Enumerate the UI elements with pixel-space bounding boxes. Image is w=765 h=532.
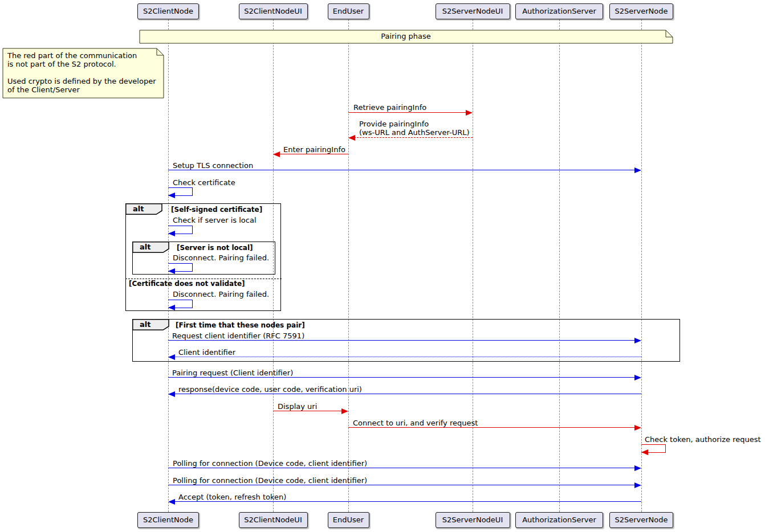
message-connect-to-uri-and-verify-request-13-line	[348, 427, 636, 428]
alt-self-signed-guard: [Self-signed certificate]	[171, 206, 262, 214]
message-check-token-authorize-request-14-arrowhead	[641, 449, 648, 455]
message-polling-for-connection-device-code-clien-16-label: Polling for connection (Device code, cli…	[173, 476, 367, 485]
alt-first-time-pair-label: alt	[140, 320, 162, 329]
message-polling-for-connection-device-code-clien-16-line	[168, 485, 636, 485]
message-enter-pairinginfo-2-label: Enter pairingInfo	[283, 145, 345, 154]
participant-bottom-s2clientnodeui: S2ClientNodeUI	[239, 512, 308, 528]
participant-top-s2servernode: S2ServerNode	[609, 3, 673, 19]
message-retrieve-pairinginfo-0-label: Retrieve pairingInfo	[353, 103, 426, 112]
message-provide-pairinginfo-1-arrowhead	[348, 135, 355, 141]
message-client-identifier-9-label: Client identifier	[178, 348, 235, 357]
participant-bottom-authorizationserver: AuthorizationServer	[515, 512, 603, 528]
message-display-uri-12-label: Display uri	[278, 402, 317, 411]
message-check-if-server-is-local-5-arrowhead	[168, 231, 175, 236]
message-polling-for-connection-device-code-clien-16-arrowhead	[634, 482, 641, 488]
message-pairing-request-client-identifier--10-line	[168, 377, 636, 378]
alt-first-time-pair-guard: [First time that these nodes pair]	[176, 321, 305, 329]
message-response-device-code-user-code-verificat-11-label: response(device code, user code, verific…	[178, 385, 362, 394]
message-accept-token-refresh-token--17-line	[174, 501, 641, 502]
lifeline-s2servernode	[641, 19, 642, 512]
message-response-device-code-user-code-verificat-11-line	[174, 394, 641, 394]
participant-bottom-s2servernode: S2ServerNode	[609, 512, 673, 528]
lifeline-enduser	[348, 19, 349, 512]
protocol-note: The red part of the communication is not…	[7, 51, 162, 94]
participant-top-s2clientnode: S2ClientNode	[137, 3, 199, 19]
message-provide-pairinginfo-1-label-2: (ws-URL and AuthServer-URL)	[359, 128, 470, 137]
message-accept-token-refresh-token--17-arrowhead	[168, 499, 175, 505]
message-polling-for-connection-device-code-clien-15-arrowhead	[634, 465, 641, 471]
message-display-uri-12-line	[273, 411, 343, 411]
message-disconnect-pairing-failed--7-arrowhead	[168, 305, 175, 310]
participant-top-s2clientnodeui: S2ClientNodeUI	[239, 3, 308, 19]
message-connect-to-uri-and-verify-request-13-arrowhead	[634, 425, 641, 431]
pairing-phase-note: Pairing phase	[139, 32, 673, 41]
alt-self-signed-divider-guard-0: [Certificate does not validate]	[129, 280, 245, 288]
participant-bottom-s2servernodeui: S2ServerNodeUI	[436, 512, 510, 528]
alt-server-not-local-guard: [Server is not local]	[177, 244, 253, 252]
message-check-certificate-4-arrowhead	[168, 193, 175, 198]
message-client-identifier-9-line	[174, 357, 641, 357]
message-enter-pairinginfo-2-arrowhead	[273, 152, 280, 157]
participant-bottom-enduser: EndUser	[328, 512, 369, 528]
message-pairing-request-client-identifier--10-label: Pairing request (Client identifier)	[172, 369, 293, 377]
message-pairing-request-client-identifier--10-arrowhead	[634, 375, 641, 380]
message-check-certificate-4-label: Check certificate	[173, 178, 235, 187]
message-disconnect-pairing-failed--6-arrowhead	[168, 268, 175, 274]
alt-self-signed-label: alt	[133, 204, 156, 213]
message-setup-tls-connection-3-label: Setup TLS connection	[173, 161, 253, 170]
lifeline-s2servernodeui	[473, 19, 473, 512]
message-request-client-identifier-rfc-7591--8-arrowhead	[634, 338, 641, 343]
message-retrieve-pairinginfo-0-arrowhead	[466, 110, 473, 116]
message-client-identifier-9-arrowhead	[168, 354, 175, 360]
message-request-client-identifier-rfc-7591--8-line	[168, 340, 636, 341]
participant-top-enduser: EndUser	[328, 3, 369, 19]
message-response-device-code-user-code-verificat-11-arrowhead	[168, 391, 175, 397]
message-disconnect-pairing-failed--6-label: Disconnect. Pairing failed.	[173, 253, 269, 262]
alt-server-not-local-label: alt	[140, 243, 162, 251]
message-connect-to-uri-and-verify-request-13-label: Connect to uri, and verify request	[353, 419, 478, 427]
message-provide-pairinginfo-1-label: Provide pairingInfo	[359, 120, 429, 128]
message-enter-pairinginfo-2-line	[279, 154, 348, 154]
message-polling-for-connection-device-code-clien-15-label: Polling for connection (Device code, cli…	[173, 459, 367, 468]
participant-bottom-s2clientnode: S2ClientNode	[137, 512, 199, 528]
alt-self-signed-divider-0	[125, 279, 282, 279]
message-check-if-server-is-local-5-label: Check if server is local	[173, 216, 257, 224]
sequence-diagram: Pairing phaseThe red part of the communi…	[0, 0, 765, 532]
message-accept-token-refresh-token--17-label: Accept (token, refresh token)	[178, 493, 286, 501]
message-retrieve-pairinginfo-0-line	[348, 112, 467, 113]
message-display-uri-12-arrowhead	[341, 408, 348, 414]
participant-top-authorizationserver: AuthorizationServer	[515, 3, 603, 19]
message-check-token-authorize-request-14-label: Check token, authorize request	[645, 435, 761, 444]
participant-top-s2servernodeui: S2ServerNodeUI	[436, 3, 510, 19]
message-polling-for-connection-device-code-clien-15-line	[168, 468, 636, 468]
message-setup-tls-connection-3-line	[168, 170, 636, 170]
message-provide-pairinginfo-1-line	[354, 137, 473, 138]
message-disconnect-pairing-failed--7-label: Disconnect. Pairing failed.	[173, 290, 269, 298]
lifeline-authorizationserver	[559, 19, 560, 512]
message-setup-tls-connection-3-arrowhead	[634, 167, 641, 173]
message-request-client-identifier-rfc-7591--8-label: Request client identifier (RFC 7591)	[172, 332, 304, 340]
